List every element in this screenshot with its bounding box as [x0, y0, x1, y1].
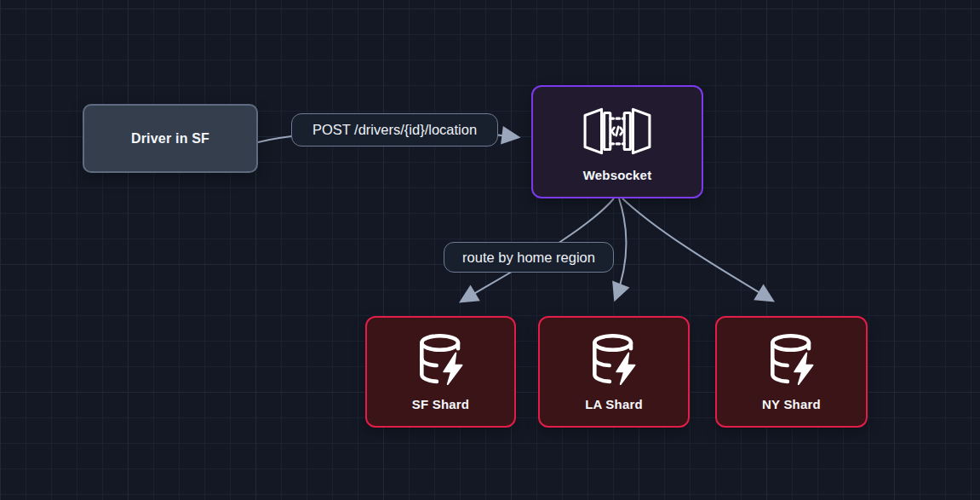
- node-sf-shard-label: SF Shard: [412, 397, 469, 411]
- node-driver-in-sf[interactable]: Driver in SF: [83, 104, 258, 173]
- edge-websocket-to-la-shard[interactable]: [616, 198, 626, 298]
- database-zap-icon: [765, 332, 819, 387]
- edge-websocket-to-ny-shard[interactable]: [622, 198, 771, 300]
- edge-label-post-drivers-location[interactable]: POST /drivers/{id}/location: [291, 113, 498, 147]
- node-websocket[interactable]: Websocket: [531, 85, 703, 198]
- api-gateway-websocket-icon: [582, 103, 652, 159]
- node-la-shard[interactable]: LA Shard: [538, 316, 690, 428]
- database-zap-icon: [414, 332, 468, 387]
- edge-label-post-text: POST /drivers/{id}/location: [312, 122, 477, 138]
- edge-label-route-text: route by home region: [462, 250, 595, 266]
- diagram-canvas[interactable]: Driver in SF POST /drivers/{id}/location…: [0, 0, 980, 500]
- node-la-shard-label: LA Shard: [585, 397, 643, 411]
- database-zap-icon: [587, 332, 641, 387]
- edge-label-route-by-home-region[interactable]: route by home region: [444, 242, 614, 273]
- node-driver-label: Driver in SF: [131, 131, 209, 147]
- node-ny-shard-label: NY Shard: [762, 397, 821, 411]
- node-websocket-label: Websocket: [583, 168, 652, 182]
- node-ny-shard[interactable]: NY Shard: [715, 316, 868, 428]
- node-sf-shard[interactable]: SF Shard: [365, 316, 516, 428]
